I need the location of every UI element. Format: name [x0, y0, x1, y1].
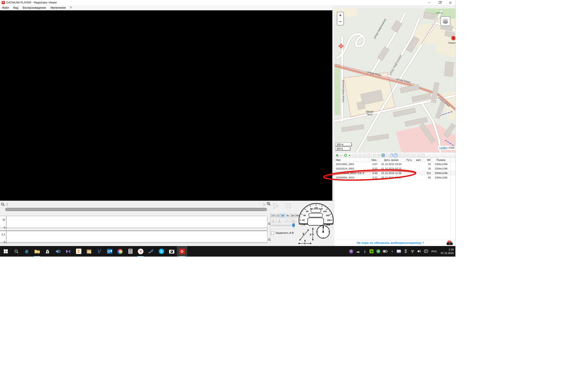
close-button[interactable]	[445, 0, 456, 5]
menu-playback[interactable]: Воспроизведение	[20, 6, 48, 10]
map-zoom-in-button[interactable]: +	[337, 12, 343, 19]
undo-button[interactable]	[373, 153, 377, 157]
taskbar-yandex[interactable]: Y	[135, 246, 146, 257]
map-panel[interactable]: улица Нефтяников улица Нефтяников улица …	[334, 8, 456, 152]
tile-button[interactable]	[394, 153, 398, 157]
restore-button[interactable]	[434, 0, 445, 5]
map-zoom-out-button[interactable]: −	[337, 19, 343, 25]
minimize-button[interactable]	[424, 0, 434, 5]
taskbar-kmplayer[interactable]	[63, 246, 73, 257]
more-button[interactable]	[348, 153, 352, 157]
copy-button[interactable]	[354, 153, 358, 157]
tray-antivirus[interactable]: +	[376, 248, 381, 255]
col-size[interactable]: Размер	[432, 158, 450, 162]
tool-button-2[interactable]	[402, 153, 406, 157]
control-slider-track[interactable]	[271, 225, 295, 226]
frame-button[interactable]	[385, 153, 389, 157]
loop-ab-checkbox[interactable]	[271, 232, 274, 235]
cell-size: 2304x1296	[432, 175, 450, 180]
timeline-prev-button[interactable]: ❮	[6, 202, 8, 206]
tray-wifi[interactable]	[410, 248, 415, 255]
cascade-button[interactable]	[390, 153, 393, 157]
col-name[interactable]: Имя	[334, 158, 369, 162]
step-back-button[interactable]: ❮	[270, 218, 276, 223]
tray-onedrive[interactable]: ☁	[356, 248, 360, 255]
timeline-seek-track[interactable]	[5, 208, 267, 211]
taskbar-calculator[interactable]	[125, 246, 135, 257]
taskbar-store[interactable]	[42, 246, 53, 257]
control-slider-thumb[interactable]	[292, 224, 295, 227]
taskbar-paint[interactable]	[115, 246, 125, 257]
update-link[interactable]: Не пора ли обновить видеорегистратор ?	[334, 241, 446, 245]
taskbar-2gis[interactable]: 2	[73, 246, 84, 257]
table-row-selected[interactable]: 10011108_0003, 5-6, 9 0:49 01.10.2015 11…	[334, 171, 456, 175]
taskbar-outlook[interactable]: O	[104, 246, 115, 257]
table-row[interactable]: 10030056_0010 0:21 03.10.2015 00:56 60 2…	[334, 175, 456, 180]
menu-help[interactable]: ?	[68, 6, 74, 10]
speed-4x-button[interactable]: 4x	[285, 214, 290, 217]
col-path[interactable]: Путь	[405, 158, 414, 162]
taskbar-skype[interactable]: S	[156, 246, 166, 257]
tray-badge[interactable]: 9	[390, 248, 394, 255]
zoom-large-button[interactable]	[291, 218, 296, 223]
menu-zoom[interactable]: Увеличение	[48, 6, 68, 10]
tray-volume[interactable]	[417, 248, 422, 255]
col-datetime[interactable]: Дата, время	[378, 158, 405, 162]
tray-battery[interactable]	[383, 248, 388, 255]
taskbar-edge[interactable]: e	[22, 246, 32, 257]
save-button[interactable]	[362, 153, 366, 157]
timeline-zoom-out-button[interactable]	[1, 202, 5, 207]
add-file-button[interactable]	[335, 153, 339, 157]
zoom-small-button[interactable]	[284, 218, 290, 223]
step-forward-button[interactable]: ❯	[277, 218, 282, 223]
tray-clock[interactable]: 1:24 07.12.2015	[441, 248, 454, 255]
taskbar-camera[interactable]	[166, 246, 177, 257]
timeline-next-button[interactable]: ❯	[263, 202, 265, 206]
tray-language[interactable]: РУС	[431, 248, 438, 255]
play-button[interactable]	[272, 203, 279, 209]
tray-touchpad[interactable]	[396, 248, 401, 255]
cell-size: 2304x1296	[432, 162, 450, 166]
archive-button[interactable]	[366, 153, 370, 157]
tool-button-6[interactable]	[421, 153, 425, 157]
taskbar-media-player[interactable]	[53, 246, 63, 257]
tool-button-4[interactable]	[411, 153, 415, 157]
col-min[interactable]: Мин.	[369, 158, 378, 162]
remove-file-button[interactable]	[339, 153, 343, 157]
taskbar-viber-v[interactable]: V	[94, 246, 104, 257]
refresh-button[interactable]	[343, 153, 347, 157]
map-layers-button[interactable]	[441, 16, 450, 26]
speed-16x-button[interactable]: 16x	[290, 214, 295, 217]
col-mb[interactable]: Мб	[423, 158, 432, 162]
taskbar-package-search[interactable]	[84, 246, 94, 257]
tray-nvidia[interactable]: ◉	[369, 248, 374, 255]
leaflet-link[interactable]: Leaflet	[439, 146, 447, 149]
taskbar-explorer[interactable]	[32, 246, 42, 257]
menu-view[interactable]: Вид	[11, 6, 21, 10]
speed-quarter-button[interactable]: 1/4	[270, 214, 275, 217]
col-kmh[interactable]: км/ч	[414, 158, 423, 162]
search-button[interactable]	[11, 246, 22, 257]
stop-button[interactable]	[286, 204, 291, 208]
tool-button-5[interactable]	[417, 153, 421, 157]
system-tray: ✆ ☁ ⇣ ◉ + 9	[349, 246, 456, 257]
delete-button[interactable]	[358, 153, 362, 157]
tray-downloader[interactable]: ⇣	[362, 248, 367, 255]
taskbar-datakam[interactable]: D	[177, 246, 187, 257]
menu-file[interactable]: Файл	[0, 6, 11, 10]
add-map-button[interactable]	[381, 153, 385, 157]
files-table: Имя Мин. Дата, время Путь км/ч Мб Размер…	[334, 158, 456, 240]
redo-button[interactable]	[377, 153, 381, 157]
table-row[interactable]: 10010314_0002 0:02 01.10.2015 03:15 20 2…	[334, 166, 456, 171]
table-row[interactable]: 10010300_0001 0:07 01.10.2015 03:00 20 2…	[334, 162, 456, 166]
speed-1x-button[interactable]: 1x	[280, 214, 285, 217]
tray-notifications[interactable]	[424, 248, 428, 255]
speed-half-button[interactable]: 1/2	[275, 214, 280, 217]
taskbar-usb-tool[interactable]	[146, 246, 156, 257]
tray-usb[interactable]	[403, 248, 408, 255]
start-button[interactable]	[0, 246, 11, 257]
timeline-zoom-in-button[interactable]	[266, 201, 271, 207]
tray-viber[interactable]: ✆	[349, 248, 354, 255]
tool-button-1[interactable]	[398, 153, 402, 157]
tool-button-3[interactable]	[406, 153, 410, 157]
